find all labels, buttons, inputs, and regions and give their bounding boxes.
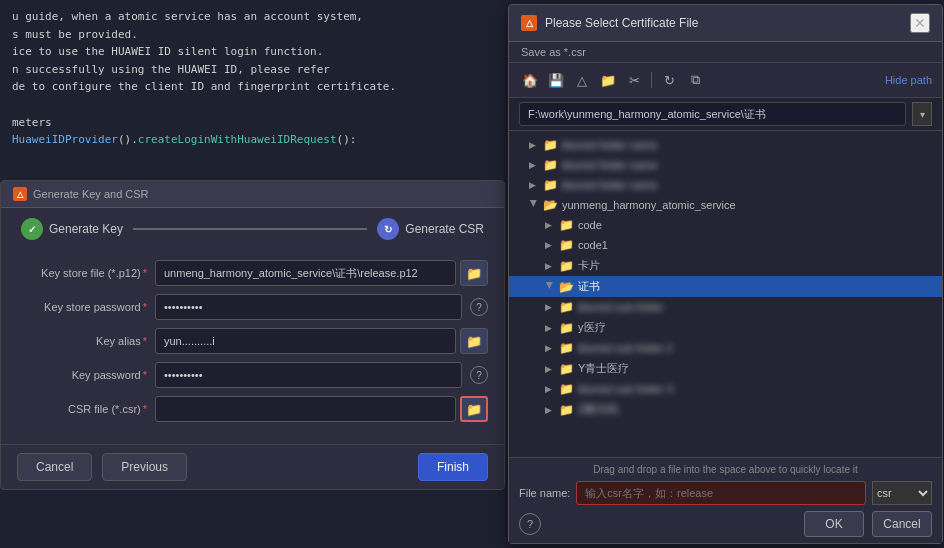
folder-icon: 📁 xyxy=(543,158,558,172)
huawei-toolbar-button[interactable]: △ xyxy=(571,69,593,91)
keystore-file-row: Key store file (*.p12)* 📁 xyxy=(17,260,488,286)
dialog-close-button[interactable]: ✕ xyxy=(910,13,930,33)
hide-path-button[interactable]: Hide path xyxy=(885,74,932,86)
dialog-ok-button[interactable]: OK xyxy=(804,511,864,537)
tree-item-yunmeng-label: yunmeng_harmony_atomic_service xyxy=(562,199,736,211)
tree-arrow-icon: ▶ xyxy=(545,261,555,271)
keystore-file-input-group: 📁 xyxy=(155,260,488,286)
keystore-password-input[interactable] xyxy=(155,294,462,320)
key-password-label: Key password* xyxy=(17,369,147,381)
dialog-toolbar: 🏠 💾 △ 📁 ✂ ↻ ⧉ Hide path xyxy=(509,63,942,98)
previous-button[interactable]: Previous xyxy=(102,453,187,481)
tree-item-card[interactable]: ▶ 📁 卡片 xyxy=(509,255,942,276)
cut-toolbar-button[interactable]: ✂ xyxy=(623,69,645,91)
keystore-password-label: Key store password* xyxy=(17,301,147,313)
extension-select[interactable]: csr xyxy=(872,481,932,505)
key-alias-browse-button[interactable]: 📁 xyxy=(460,328,488,354)
tree-item[interactable]: ▶ 📁 blurred folder name xyxy=(509,175,942,195)
step-generate-csr: ↻ Generate CSR xyxy=(377,218,484,240)
tree-arrow-icon: ▶ xyxy=(545,323,555,333)
tree-item-label: blurred folder name xyxy=(562,159,657,171)
form-footer: Cancel Previous Finish xyxy=(1,444,504,489)
dialog-help-button[interactable]: ? xyxy=(519,513,541,535)
keystore-file-input[interactable] xyxy=(155,260,456,286)
tree-item-code[interactable]: ▶ 📁 code xyxy=(509,215,942,235)
tree-arrow-icon: ▶ xyxy=(545,405,555,415)
tree-item[interactable]: ▶ 📁 blurred folder name xyxy=(509,135,942,155)
step1-check-icon: ✓ xyxy=(28,224,36,235)
tree-arrow-icon: ▶ xyxy=(529,140,539,150)
folder-icon: 📁 xyxy=(559,218,574,232)
tree-item-label: code xyxy=(578,219,602,231)
folder-icon: 📁 xyxy=(559,341,574,355)
keystore-file-label: Key store file (*.p12)* xyxy=(17,267,147,279)
filename-label: File name: xyxy=(519,487,570,499)
step1-label: Generate Key xyxy=(49,222,123,236)
code-line: n successfully using the HUAWEI ID, plea… xyxy=(12,61,493,79)
folder-icon: 📁 xyxy=(559,321,574,335)
tree-item-label: blurred folder name xyxy=(562,179,657,191)
path-dropdown-button[interactable]: ▾ xyxy=(912,102,932,126)
refresh-toolbar-button[interactable]: ↻ xyxy=(658,69,680,91)
folder-icon: 📁 xyxy=(543,138,558,152)
tree-item-qingshi[interactable]: ▶ 📁 Y青士医疗 xyxy=(509,358,942,379)
key-alias-row: Key alias* 📁 xyxy=(17,328,488,354)
tree-item-label: Z断代码 xyxy=(578,402,618,417)
folder-icon: 📁 xyxy=(559,238,574,252)
tree-arrow-open-icon: ▶ xyxy=(545,282,555,292)
dialog-actions: ? OK Cancel xyxy=(519,511,932,537)
tree-arrow-icon: ▶ xyxy=(545,364,555,374)
path-input[interactable] xyxy=(519,102,906,126)
step-generate-key: ✓ Generate Key xyxy=(21,218,123,240)
code-line: u guide, when a atomic service has an ac… xyxy=(12,8,493,26)
home-toolbar-button[interactable]: 🏠 xyxy=(519,69,541,91)
form-body: Key store file (*.p12)* 📁 Key store pass… xyxy=(1,250,504,444)
cancel-button[interactable]: Cancel xyxy=(17,453,92,481)
huawei-logo-icon: △ xyxy=(13,187,27,201)
tree-item[interactable]: ▶ 📁 blurred sub folder 3 xyxy=(509,379,942,399)
toolbar-separator xyxy=(651,72,652,88)
key-password-input[interactable] xyxy=(155,362,462,388)
tree-item-cert-label: 证书 xyxy=(578,279,600,294)
folder-open-icon: 📂 xyxy=(543,198,558,212)
panel-title-bar: △ Generate Key and CSR xyxy=(1,181,504,208)
filename-input[interactable] xyxy=(576,481,866,505)
keystore-file-browse-button[interactable]: 📁 xyxy=(460,260,488,286)
dialog-cancel-button[interactable]: Cancel xyxy=(872,511,932,537)
tree-arrow-icon: ▶ xyxy=(545,384,555,394)
csr-file-input[interactable] xyxy=(155,396,456,422)
dialog-title-text: Please Select Certificate File xyxy=(545,16,902,30)
folder-icon: 📁 xyxy=(559,382,574,396)
tree-item-label: blurred sub folder 3 xyxy=(578,383,673,395)
finish-button[interactable]: Finish xyxy=(418,453,488,481)
key-alias-input[interactable] xyxy=(155,328,456,354)
tree-item-label: y医疗 xyxy=(578,320,606,335)
tree-item-label: blurred sub folder 2 xyxy=(578,342,673,354)
tree-item-yiliao[interactable]: ▶ 📁 y医疗 xyxy=(509,317,942,338)
folder-icon: 📁 xyxy=(559,403,574,417)
code-line: meters xyxy=(12,114,493,132)
generate-key-csr-panel: △ Generate Key and CSR ✓ Generate Key ↻ … xyxy=(0,180,505,490)
tree-arrow-icon: ▶ xyxy=(529,180,539,190)
panel-title-text: Generate Key and CSR xyxy=(33,188,149,200)
tree-item-label: blurred sub folder xyxy=(578,301,664,313)
tree-item-label: code1 xyxy=(578,239,608,251)
tree-item-cert[interactable]: ▶ 📂 证书 xyxy=(509,276,942,297)
tree-item[interactable]: ▶ 📁 blurred folder name xyxy=(509,155,942,175)
file-tree: ▶ 📁 blurred folder name ▶ 📁 blurred fold… xyxy=(509,131,942,457)
copy-path-toolbar-button[interactable]: ⧉ xyxy=(684,69,706,91)
tree-item-label: 卡片 xyxy=(578,258,600,273)
tree-item-z[interactable]: ▶ 📁 Z断代码 xyxy=(509,399,942,420)
tree-item-code1[interactable]: ▶ 📁 code1 xyxy=(509,235,942,255)
tree-item[interactable]: ▶ 📁 blurred sub folder 2 xyxy=(509,338,942,358)
key-password-help-icon[interactable]: ? xyxy=(470,366,488,384)
keystore-password-help-icon[interactable]: ? xyxy=(470,298,488,316)
file-chooser-dialog: △ Please Select Certificate File ✕ Save … xyxy=(508,4,943,544)
filename-row: File name: csr xyxy=(519,481,932,505)
save-toolbar-button[interactable]: 💾 xyxy=(545,69,567,91)
csr-file-browse-button[interactable]: 📁 xyxy=(460,396,488,422)
folder-toolbar-button[interactable]: 📁 xyxy=(597,69,619,91)
tree-item[interactable]: ▶ 📁 blurred sub folder xyxy=(509,297,942,317)
tree-item-yunmeng[interactable]: ▶ 📂 yunmeng_harmony_atomic_service xyxy=(509,195,942,215)
folder-icon: 📁 xyxy=(559,362,574,376)
